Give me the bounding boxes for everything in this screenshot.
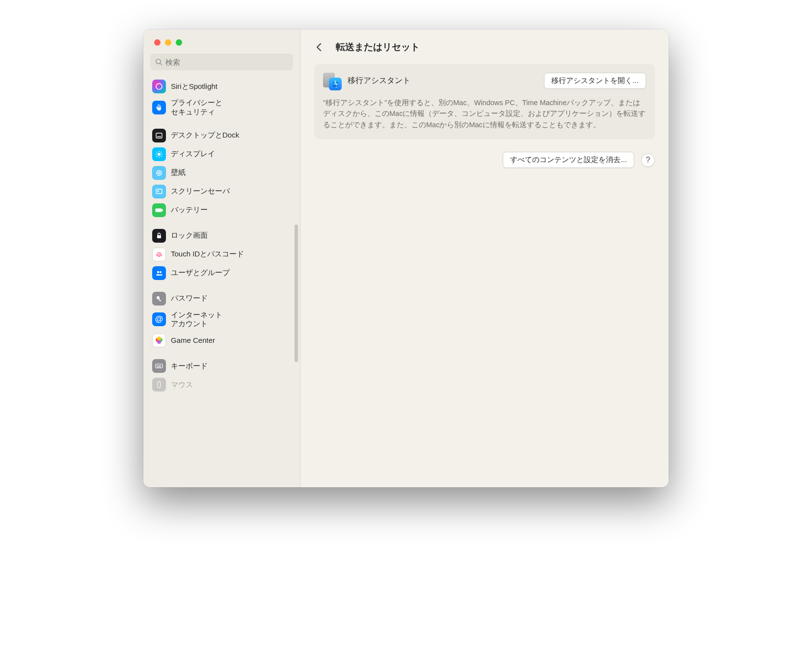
- sidebar-item-label: スクリーンセーバ: [171, 187, 230, 196]
- screensaver-icon: [152, 185, 166, 198]
- svg-point-38: [333, 82, 334, 83]
- sidebar-item-battery[interactable]: バッテリー: [148, 201, 295, 220]
- svg-rect-33: [159, 365, 160, 366]
- svg-rect-30: [156, 364, 162, 368]
- search-field[interactable]: [150, 54, 293, 70]
- sidebar-item-mouse[interactable]: マウス: [148, 375, 295, 394]
- back-button[interactable]: [312, 40, 326, 54]
- sidebar-item-label: マウス: [171, 380, 193, 390]
- sidebar-item-keyboard[interactable]: キーボード: [148, 357, 295, 375]
- migration-assistant-description: "移行アシスタント"を使用すると、別のMac、Windows PC、Time M…: [323, 97, 646, 130]
- page-header: 転送またはリセット: [300, 29, 669, 64]
- svg-point-24: [157, 296, 160, 299]
- svg-point-22: [157, 271, 159, 273]
- svg-rect-19: [162, 209, 163, 211]
- dock-icon: [152, 129, 166, 142]
- sidebar-item-label: ロック画面: [171, 231, 208, 240]
- sidebar-item-label: プライバシーと セキュリティ: [171, 98, 222, 117]
- hand-icon: [152, 101, 166, 114]
- svg-rect-16: [156, 189, 162, 194]
- sidebar-item-label: パスワード: [171, 294, 208, 303]
- help-button[interactable]: ?: [641, 153, 655, 167]
- mouse-icon: [152, 378, 166, 391]
- svg-rect-20: [157, 209, 161, 211]
- page-title: 転送またはリセット: [336, 41, 420, 54]
- sidebar-item-label: ユーザとグループ: [171, 268, 230, 278]
- svg-point-17: [158, 191, 159, 192]
- migration-assistant-label: 移行アシスタント: [348, 76, 410, 86]
- fingerprint-icon: [152, 248, 166, 261]
- at-icon: @: [152, 312, 166, 326]
- sidebar-nav: SiriとSpotlight プライバシーと セキュリティ デスクトップとDoc…: [143, 77, 300, 487]
- wallpaper-icon: [152, 166, 166, 180]
- svg-point-5: [158, 153, 161, 156]
- lock-icon: [152, 229, 166, 243]
- keyboard-icon: [152, 359, 166, 373]
- open-migration-assistant-button[interactable]: 移行アシスタントを開く...: [544, 73, 646, 89]
- svg-line-12: [157, 156, 158, 157]
- svg-rect-35: [157, 366, 161, 367]
- search-input[interactable]: [165, 58, 288, 66]
- sidebar-item-passwords[interactable]: パスワード: [148, 289, 295, 308]
- sidebar-item-label: インターネット アカウント: [171, 310, 222, 329]
- svg-line-1: [160, 63, 162, 65]
- siri-icon: [152, 80, 166, 93]
- sidebar-item-desktop-dock[interactable]: デスクトップとDock: [148, 126, 295, 145]
- migration-assistant-card: 移行アシスタント 移行アシスタントを開く... "移行アシスタント"を使用すると…: [314, 64, 655, 139]
- sidebar-item-game-center[interactable]: Game Center: [148, 331, 295, 350]
- svg-line-11: [161, 156, 162, 157]
- sidebar-item-siri[interactable]: SiriとSpotlight: [148, 77, 295, 96]
- sidebar-item-label: デスクトップとDock: [171, 131, 239, 140]
- sidebar-item-label: SiriとSpotlight: [171, 82, 217, 91]
- svg-point-2: [156, 84, 162, 89]
- svg-point-39: [337, 82, 338, 83]
- sidebar-item-label: バッテリー: [171, 205, 208, 215]
- zoom-window-button[interactable]: [176, 39, 182, 46]
- key-icon: [152, 292, 166, 306]
- svg-point-28: [157, 340, 161, 344]
- sidebar-item-touch-id[interactable]: Touch IDとパスコード: [148, 245, 295, 264]
- sidebar-item-label: キーボード: [171, 362, 208, 371]
- display-icon: [152, 147, 166, 161]
- svg-rect-34: [161, 365, 162, 366]
- svg-rect-25: [159, 299, 162, 302]
- sidebar-item-privacy[interactable]: プライバシーと セキュリティ: [148, 96, 295, 119]
- close-window-button[interactable]: [154, 39, 161, 46]
- svg-line-10: [157, 152, 158, 153]
- sidebar-item-label: ディスプレイ: [171, 149, 215, 159]
- svg-point-29: [157, 336, 161, 340]
- sidebar-item-displays[interactable]: ディスプレイ: [148, 145, 295, 164]
- sidebar-item-wallpaper[interactable]: 壁紙: [148, 164, 295, 182]
- erase-all-content-button[interactable]: すべてのコンテンツと設定を消去...: [503, 152, 634, 168]
- svg-rect-31: [157, 365, 158, 366]
- game-center-icon: [152, 334, 166, 347]
- svg-point-14: [157, 170, 162, 175]
- migration-assistant-icon: [323, 72, 341, 89]
- svg-point-15: [158, 172, 160, 174]
- sidebar: SiriとSpotlight プライバシーと セキュリティ デスクトップとDoc…: [143, 29, 300, 487]
- svg-rect-32: [158, 365, 159, 366]
- svg-line-13: [161, 152, 162, 153]
- svg-rect-36: [158, 382, 161, 388]
- traffic-lights: [143, 29, 300, 53]
- battery-icon: [152, 203, 166, 217]
- sidebar-item-users-groups[interactable]: ユーザとグループ: [148, 264, 295, 282]
- sidebar-item-label: Game Center: [171, 336, 215, 345]
- minimize-window-button[interactable]: [165, 39, 171, 46]
- sidebar-item-internet-accounts[interactable]: @ インターネット アカウント: [148, 308, 295, 332]
- svg-rect-3: [156, 133, 162, 138]
- settings-window: SiriとSpotlight プライバシーと セキュリティ デスクトップとDoc…: [143, 29, 669, 487]
- search-icon: [155, 58, 162, 66]
- sidebar-item-label: Touch IDとパスコード: [171, 250, 244, 259]
- sidebar-item-label: 壁紙: [171, 168, 186, 177]
- sidebar-item-lock-screen[interactable]: ロック画面: [148, 226, 295, 245]
- main-pane: 転送またはリセット 移行アシスタント 移行アシスタントを開く... "移行アシス…: [300, 29, 669, 487]
- svg-point-0: [156, 59, 161, 63]
- svg-rect-21: [157, 235, 161, 238]
- sidebar-scrollbar[interactable]: [295, 224, 298, 362]
- users-icon: [152, 266, 166, 280]
- sidebar-item-screensaver[interactable]: スクリーンセーバ: [148, 182, 295, 201]
- svg-point-23: [160, 271, 162, 273]
